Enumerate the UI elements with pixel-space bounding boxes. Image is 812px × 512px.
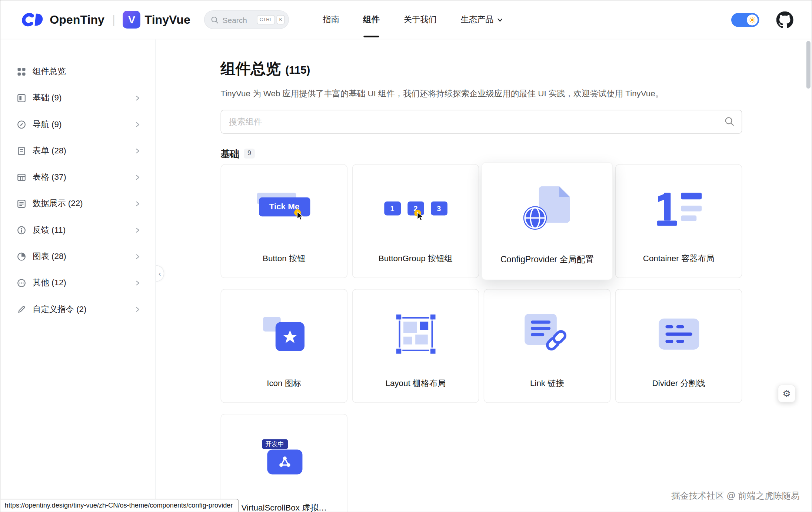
sidebar-item-data-display[interactable]: 数据展示 (22): [0, 190, 155, 217]
tinyvue-logo-icon[interactable]: V: [123, 11, 141, 29]
header-search[interactable]: Search CTRL K: [204, 10, 289, 29]
virtual-scroll-box-illustration-icon: 开发中: [221, 414, 347, 503]
top-navbar: OpenTiny | V TinyVue Search CTRL K 指南 组件…: [0, 0, 811, 39]
watermark-text: 掘金技术社区 @ 前端之虎陈随易: [671, 490, 799, 502]
status-url-bubble: https://opentiny.design/tiny-vue/zh-CN/o…: [0, 499, 238, 512]
card-layout[interactable]: Layout 栅格布局: [352, 289, 479, 403]
component-count: (115): [285, 61, 310, 79]
info-circle-icon: [17, 226, 26, 235]
section-title: 基础: [221, 147, 239, 160]
sidebar-item-other[interactable]: 其他 (12): [0, 270, 155, 296]
config-provider-illustration-icon: [482, 163, 612, 254]
button-group-illustration-icon: 1 2 3: [353, 165, 479, 253]
card-button-group[interactable]: 1 2 3 ButtonGroup 按钮组: [352, 164, 479, 278]
card-label: Divider 分割线: [652, 378, 705, 389]
card-config-provider[interactable]: ConfigProvider 全局配置: [482, 162, 613, 280]
chevron-left-icon: ‹: [159, 270, 161, 277]
sidebar-item-label: 其他 (12): [33, 277, 134, 288]
nav-item-ecosystem[interactable]: 生态产品: [449, 0, 515, 39]
chevron-down-icon: [497, 16, 503, 23]
cube-icon: [17, 94, 26, 103]
settings-fab[interactable]: ⚙: [778, 385, 796, 403]
sidebar-item-label: 基础 (9): [33, 93, 134, 103]
sidebar-item-form[interactable]: 表单 (28): [0, 138, 155, 164]
link-illustration-icon: [484, 289, 610, 378]
chevron-right-icon: [134, 174, 141, 181]
component-search: [221, 110, 742, 133]
card-virtual-scroll-box[interactable]: 开发中 VirtualScrollBox 虚拟…: [221, 414, 348, 512]
opentiny-logo-icon[interactable]: [19, 13, 46, 27]
layout-illustration-icon: [353, 289, 479, 378]
card-label: ConfigProvider 全局配置: [500, 255, 594, 266]
header-search-placeholder: Search: [223, 15, 247, 24]
sidebar: 组件总览 基础 (9) 导航 (9) 表单 (28) 表格 (37) 数据展示 …: [0, 39, 156, 512]
sidebar-item-table[interactable]: 表格 (37): [0, 164, 155, 190]
card-container[interactable]: Container 容器布局: [615, 164, 742, 278]
sidebar-item-navigation[interactable]: 导航 (9): [0, 112, 155, 138]
theme-toggle[interactable]: [731, 13, 759, 27]
component-grid: Tick Me Button 按钮 1 2: [221, 164, 742, 512]
page-title-text: 组件总览: [221, 59, 281, 77]
chevron-right-icon: [134, 227, 141, 233]
card-link[interactable]: Link 链接: [484, 289, 611, 403]
sidebar-item-chart[interactable]: 图表 (28): [0, 243, 155, 270]
github-icon[interactable]: [776, 11, 793, 28]
sidebar-item-base[interactable]: 基础 (9): [0, 85, 155, 111]
sidebar-item-label: 导航 (9): [33, 119, 134, 130]
chevron-right-icon: [134, 253, 141, 260]
card-label: Container 容器布局: [643, 253, 715, 264]
sidebar-item-feedback[interactable]: 反馈 (11): [0, 217, 155, 243]
app-root: OpenTiny | V TinyVue Search CTRL K 指南 组件…: [0, 0, 812, 512]
tinyvue-wordmark[interactable]: TinyVue: [145, 13, 190, 27]
chevron-right-icon: [134, 147, 141, 154]
compass-icon: [17, 120, 26, 129]
kbd-ctrl: CTRL: [257, 15, 275, 24]
card-label: Link 链接: [530, 378, 564, 389]
nav-item-ecosystem-label: 生态产品: [460, 14, 493, 25]
list-numbers-icon: [17, 199, 26, 208]
opentiny-wordmark[interactable]: OpenTiny: [50, 13, 104, 27]
chevron-right-icon: [134, 95, 141, 102]
search-icon[interactable]: [725, 117, 735, 129]
sidebar-item-label: 反馈 (11): [33, 225, 134, 236]
component-search-input[interactable]: [221, 110, 742, 133]
form-icon: [17, 147, 26, 156]
chevron-right-icon: [134, 121, 141, 128]
card-icon[interactable]: Icon 图标: [221, 289, 348, 403]
sidebar-item-label: 表格 (37): [33, 172, 134, 183]
sidebar-item-custom-directives[interactable]: 自定义指令 (2): [0, 296, 155, 323]
sidebar-item-overview[interactable]: 组件总览: [0, 59, 155, 85]
sidebar-item-label: 表单 (28): [33, 146, 134, 156]
header-right: [731, 11, 793, 28]
primary-nav: 指南 组件 关于我们 生态产品: [311, 0, 515, 39]
sidebar-item-label: 组件总览: [33, 66, 141, 77]
cursor-pointer-icon: [414, 210, 427, 222]
nav-item-guide[interactable]: 指南: [311, 0, 351, 39]
card-divider[interactable]: Divider 分割线: [615, 289, 742, 403]
card-label: Icon 图标: [267, 378, 301, 389]
section-count-badge: 9: [244, 149, 254, 159]
section-header: 基础 9: [221, 147, 742, 160]
nav-item-components-label: 组件: [363, 14, 380, 25]
card-label: Button 按钮: [263, 253, 306, 264]
group-button-1: 1: [384, 202, 401, 216]
pen-icon: [17, 305, 26, 314]
chevron-right-icon: [134, 306, 141, 313]
card-label: VirtualScrollBox 虚拟…: [241, 503, 327, 512]
main-content: 组件总览 (115) TinyVue 为 Web 应用提供了丰富的基础 UI 组…: [156, 39, 812, 512]
divider-illustration-icon: [616, 289, 742, 378]
nav-item-components[interactable]: 组件: [351, 0, 392, 39]
star-icon: [282, 329, 297, 343]
container-illustration-icon: [616, 165, 742, 253]
vertical-scrollbar-thumb[interactable]: [806, 41, 811, 89]
chain-link-icon: [543, 327, 569, 355]
group-button-3: 3: [430, 202, 447, 216]
card-button[interactable]: Tick Me Button 按钮: [221, 164, 348, 278]
overview-grid-icon: [17, 67, 26, 76]
table-icon: [17, 173, 26, 182]
nav-item-about[interactable]: 关于我们: [392, 0, 449, 39]
sidebar-item-label: 自定义指令 (2): [33, 304, 134, 315]
sun-icon: [749, 16, 756, 23]
card-label: ButtonGroup 按钮组: [379, 253, 453, 264]
gear-icon: ⚙: [782, 388, 791, 399]
